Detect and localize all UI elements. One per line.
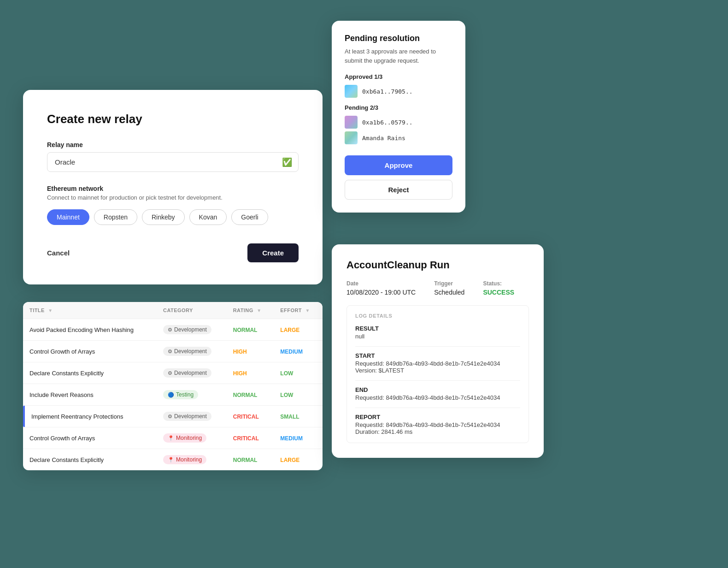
log-report-title: REPORT <box>355 414 520 420</box>
table-row: Avoid Packed Encoding When Hashing ⚙ Dev… <box>23 319 323 341</box>
run-date-label: Date <box>346 280 416 287</box>
log-divider-2 <box>355 380 520 381</box>
run-status-value: SUCCESS <box>483 289 514 296</box>
run-date-value: 10/08/2020 - 19:00 UTC <box>346 289 416 296</box>
dev-icon: ⚙ <box>168 327 172 333</box>
eth-network-desc: Connect to mainnet for production or pic… <box>47 194 299 201</box>
effort-filter-icon[interactable]: ▼ <box>305 308 310 313</box>
run-trigger-value: Scheduled <box>434 289 464 296</box>
row-category: 🔵 Testing <box>157 384 227 406</box>
row-effort: SMALL <box>274 406 323 427</box>
row-rating: NORMAL <box>227 384 274 406</box>
log-end-title: END <box>355 386 520 393</box>
table-header-row: TITLE ▼ CATEGORY RATING ▼ EFFORT ▼ <box>23 302 323 319</box>
row-rating: NORMAL <box>227 319 274 341</box>
relay-name-field-wrap: ✅ <box>47 152 299 172</box>
best-practices-table: TITLE ▼ CATEGORY RATING ▼ EFFORT ▼ Avoid… <box>23 302 323 470</box>
log-start-value: RequestId: 849db76a-4b93-4bdd-8e1b-7c541… <box>355 360 520 374</box>
log-result-value: null <box>355 333 520 340</box>
pending-label: Pending 2/3 <box>345 104 452 111</box>
pending-card-title: Pending resolution <box>345 34 452 43</box>
dev-icon: ⚙ <box>168 370 172 376</box>
cancel-button[interactable]: Cancel <box>47 249 70 257</box>
log-section-label: LOG DETAILS <box>355 313 520 319</box>
reject-button[interactable]: Reject <box>345 180 452 200</box>
run-status-label: Status: <box>483 280 514 287</box>
create-relay-card: Create new relay Relay name ✅ Ethereum n… <box>23 90 323 284</box>
row-title: Avoid Packed Encoding When Hashing <box>23 319 157 341</box>
row-title: Control Growth of Arrays <box>23 341 157 362</box>
run-status-item: Status: SUCCESS <box>483 280 514 296</box>
table-row: Declare Constants Explicitly 📍 Monitorin… <box>23 449 323 471</box>
log-end-value: RequestId: 849db76a-4b93-4bdd-8e1b-7c541… <box>355 394 520 401</box>
row-title: Control Growth of Arrays <box>23 427 157 449</box>
col-title: TITLE ▼ <box>23 302 157 319</box>
relay-name-label: Relay name <box>47 141 299 148</box>
rating-filter-icon[interactable]: ▼ <box>257 308 261 313</box>
relay-card-title: Create new relay <box>47 112 299 126</box>
mon-icon: 📍 <box>168 435 174 441</box>
network-btn-goerli[interactable]: Goerli <box>231 209 268 225</box>
pending-card-desc: At least 3 approvals are needed to submi… <box>345 47 452 65</box>
approved-address-row: 0xb6a1..7905.. <box>345 85 452 98</box>
log-result-title: RESULT <box>355 325 520 332</box>
log-divider-3 <box>355 408 520 408</box>
table-row: Control Growth of Arrays 📍 Monitoring CR… <box>23 427 323 449</box>
log-result-entry: RESULT null <box>355 325 520 340</box>
account-cleanup-run-card: AccountCleanup Run Date 10/08/2020 - 19:… <box>332 244 544 458</box>
row-rating: CRITICAL <box>227 427 274 449</box>
run-trigger-label: Trigger <box>434 280 464 287</box>
dev-icon: ⚙ <box>168 349 172 355</box>
table-row: Include Revert Reasons 🔵 Testing NORMAL … <box>23 384 323 406</box>
row-category: ⚙ Development <box>157 341 227 362</box>
log-report-entry: REPORT RequestId: 849db76a-4b93-4bdd-8e1… <box>355 414 520 435</box>
relay-card-footer: Cancel Create <box>47 243 299 262</box>
table-row: Control Growth of Arrays ⚙ Development H… <box>23 341 323 362</box>
approve-button[interactable]: Approve <box>345 155 452 175</box>
network-btn-rinkeby[interactable]: Rinkeby <box>142 209 185 225</box>
table-row: Declare Constants Explicitly ⚙ Developme… <box>23 362 323 384</box>
row-effort: LOW <box>274 362 323 384</box>
test-icon: 🔵 <box>168 392 174 398</box>
best-practices-table-card: TITLE ▼ CATEGORY RATING ▼ EFFORT ▼ Avoid… <box>23 302 323 470</box>
pending-resolution-card: Pending resolution At least 3 approvals … <box>332 21 465 213</box>
row-effort: LARGE <box>274 449 323 471</box>
pending-avatar-1 <box>345 116 358 129</box>
dev-icon: ⚙ <box>168 414 172 420</box>
title-filter-icon[interactable]: ▼ <box>48 308 53 313</box>
network-buttons-group: Mainnet Ropsten Rinkeby Kovan Goerli <box>47 209 299 225</box>
network-btn-kovan[interactable]: Kovan <box>189 209 227 225</box>
approved-avatar <box>345 85 358 98</box>
row-effort: LARGE <box>274 319 323 341</box>
row-title: Implement Reentrancy Protections <box>23 406 157 427</box>
row-title: Include Revert Reasons <box>23 384 157 406</box>
run-date-item: Date 10/08/2020 - 19:00 UTC <box>346 280 416 296</box>
relay-name-input[interactable] <box>47 152 299 172</box>
pending-address-row-1: 0xa1b6..0579.. <box>345 116 452 129</box>
pending-address-1: 0xa1b6..0579.. <box>362 119 413 126</box>
row-rating: HIGH <box>227 362 274 384</box>
eth-network-label: Ethereum network <box>47 185 299 192</box>
log-report-value: RequestId: 849db76a-4b93-4bdd-8e1b-7c541… <box>355 421 520 435</box>
pending-address-2: Amanda Rains <box>362 135 405 142</box>
row-effort: MEDIUM <box>274 427 323 449</box>
run-trigger-item: Trigger Scheduled <box>434 280 464 296</box>
col-rating: RATING ▼ <box>227 302 274 319</box>
log-start-title: START <box>355 352 520 359</box>
run-meta-section: Date 10/08/2020 - 19:00 UTC Trigger Sche… <box>346 280 529 296</box>
row-category: 📍 Monitoring <box>157 449 227 471</box>
pending-address-row-2: Amanda Rains <box>345 131 452 144</box>
create-button[interactable]: Create <box>247 243 299 262</box>
row-category: 📍 Monitoring <box>157 427 227 449</box>
network-btn-ropsten[interactable]: Ropsten <box>94 209 137 225</box>
col-effort: EFFORT ▼ <box>274 302 323 319</box>
row-effort: MEDIUM <box>274 341 323 362</box>
input-check-icon: ✅ <box>282 157 292 167</box>
network-btn-mainnet[interactable]: Mainnet <box>47 209 89 225</box>
pending-avatar-2 <box>345 131 358 144</box>
log-divider-1 <box>355 346 520 347</box>
approved-label: Approved 1/3 <box>345 73 452 80</box>
row-rating: NORMAL <box>227 449 274 471</box>
row-title: Declare Constants Explicitly <box>23 362 157 384</box>
row-rating: HIGH <box>227 341 274 362</box>
